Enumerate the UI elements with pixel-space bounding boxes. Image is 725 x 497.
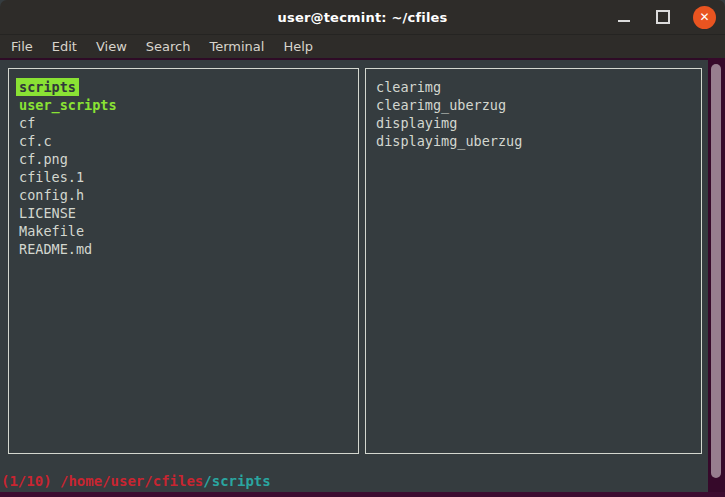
preview-list: clearimg clearimg_uberzug displayimg dis…: [366, 69, 701, 150]
file-list-item[interactable]: README.md: [19, 240, 358, 258]
status-position-path: (1/10) /home/user/cfiles: [1, 473, 203, 489]
close-icon: ✕: [699, 10, 709, 24]
file-list-item[interactable]: Makefile: [19, 222, 358, 240]
window-title: user@tecmint: ~/cfiles: [277, 10, 447, 25]
preview-item[interactable]: clearimg: [376, 78, 701, 96]
terminal-window: user@tecmint: ~/cfiles ✕ File Edit View …: [0, 0, 725, 497]
preview-item[interactable]: displayimg: [376, 114, 701, 132]
file-list-item[interactable]: user_scripts: [19, 96, 358, 114]
preview-item[interactable]: clearimg_uberzug: [376, 96, 701, 114]
window-controls: ✕: [615, 0, 716, 34]
file-list-item[interactable]: cfiles.1: [19, 168, 358, 186]
terminal-screen: scripts user_scripts cf cf.c cf.png cfil…: [0, 60, 725, 497]
menu-item-terminal[interactable]: Terminal: [208, 37, 265, 56]
file-list-item[interactable]: LICENSE: [19, 204, 358, 222]
minimize-button[interactable]: [615, 8, 633, 26]
maximize-icon: [656, 10, 670, 24]
file-list-item[interactable]: cf.png: [19, 150, 358, 168]
preview-item[interactable]: displayimg_uberzug: [376, 132, 701, 150]
maximize-button[interactable]: [654, 8, 672, 26]
status-selection: /scripts: [203, 473, 270, 489]
close-button[interactable]: ✕: [693, 6, 716, 29]
menu-item-help[interactable]: Help: [282, 37, 314, 56]
minimize-icon: [618, 20, 630, 22]
file-list: scripts user_scripts cf cf.c cf.png cfil…: [9, 69, 358, 258]
scrollbar-thumb[interactable]: [711, 64, 721, 478]
status-bar: (1/10) /home/user/cfiles/scripts: [1, 473, 271, 489]
menu-item-search[interactable]: Search: [145, 37, 192, 56]
menu-item-file[interactable]: File: [10, 37, 34, 56]
menubar: File Edit View Search Terminal Help: [0, 35, 725, 58]
preview-panel: clearimg clearimg_uberzug displayimg dis…: [365, 68, 702, 454]
file-list-item[interactable]: config.h: [19, 186, 358, 204]
menu-item-edit[interactable]: Edit: [51, 37, 78, 56]
file-list-panel: scripts user_scripts cf cf.c cf.png cfil…: [8, 68, 359, 454]
window-bottom-edge: [0, 492, 725, 497]
file-list-item[interactable]: scripts: [19, 78, 358, 96]
scrollbar[interactable]: [708, 58, 725, 492]
menu-item-view[interactable]: View: [95, 37, 128, 56]
titlebar: user@tecmint: ~/cfiles ✕: [0, 0, 725, 35]
file-list-item[interactable]: cf.c: [19, 132, 358, 150]
file-list-item[interactable]: cf: [19, 114, 358, 132]
